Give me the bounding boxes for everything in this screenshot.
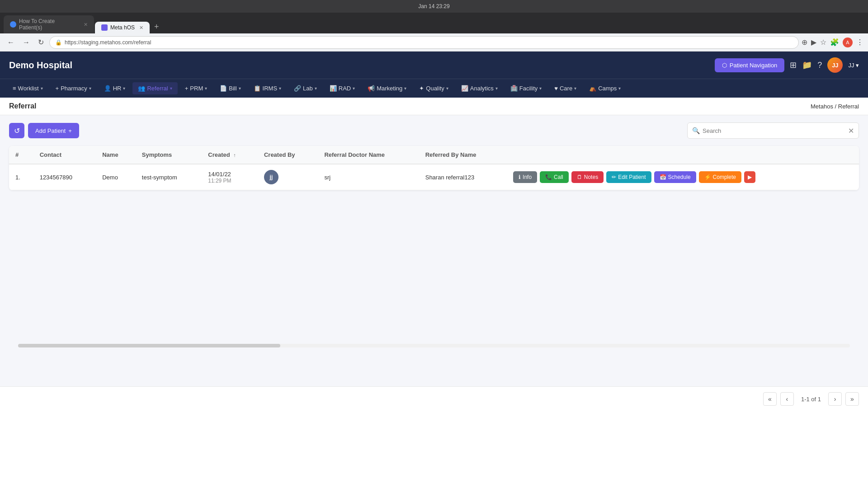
search-clear-button[interactable]: ✕ — [848, 127, 854, 135]
last-page-icon: » — [850, 395, 854, 403]
menu-care[interactable]: ♥ Care ▾ — [549, 82, 582, 94]
worklist-label: Worklist — [18, 85, 39, 92]
next-page-icon: › — [834, 395, 836, 403]
created-date: 14/01/22 — [208, 171, 251, 178]
menu-hr[interactable]: 👤 HR ▾ — [99, 82, 131, 94]
toolbar: ↺ Add Patient + 🔍 ✕ — [9, 122, 859, 139]
menu-camps[interactable]: ⛺ Camps ▾ — [584, 82, 626, 94]
menu-rad[interactable]: 📊 RAD ▾ — [324, 82, 360, 94]
reload-button[interactable]: ↻ — [35, 36, 47, 48]
extension-icon[interactable]: 🧩 — [830, 38, 839, 47]
refresh-icon: ↺ — [14, 127, 20, 135]
complete-button[interactable]: ⚡ Complete — [699, 171, 741, 183]
tab2-close[interactable]: ✕ — [139, 25, 143, 31]
worklist-chevron: ▾ — [41, 86, 43, 91]
edit-patient-button[interactable]: ✏ Edit Patient — [606, 171, 651, 183]
browser-nav: ← → ↻ 🔒 https://staging.metahos.com/refe… — [0, 33, 868, 52]
horizontal-scrollbar[interactable] — [18, 344, 850, 347]
menu-quality[interactable]: ✦ Quality ▾ — [414, 82, 453, 94]
tab2-label: Meta hOS — [110, 24, 135, 31]
cell-symptoms: test-symptom — [136, 164, 202, 190]
more-button[interactable]: ▶ — [744, 171, 755, 183]
new-tab-button[interactable]: + — [151, 20, 163, 33]
lab-label: Lab — [303, 85, 313, 92]
worklist-icon: ≡ — [13, 85, 16, 92]
facility-label: Facility — [519, 85, 538, 92]
breadcrumb-parent: Metahos — [811, 103, 833, 110]
menu-lab[interactable]: 🔗 Lab ▾ — [288, 82, 322, 94]
menu-bill[interactable]: 📄 Bill ▾ — [214, 82, 246, 94]
menu-prm[interactable]: + PRM ▾ — [179, 82, 212, 94]
url-bar[interactable]: 🔒 https://staging.metahos.com/referral — [49, 36, 799, 49]
breadcrumb-bar: Referral Metahos / Referral — [0, 98, 868, 115]
camps-chevron: ▾ — [618, 86, 621, 91]
user-initials: JJ — [832, 62, 838, 69]
prev-page-icon: ‹ — [786, 395, 788, 403]
lab-chevron: ▾ — [315, 86, 317, 91]
tab1-close[interactable]: ✕ — [84, 22, 88, 28]
bookmark-icon[interactable]: ☆ — [820, 38, 826, 47]
referral-table: # Contact Name Symptoms Created ↑ Create… — [9, 146, 859, 190]
add-patient-button[interactable]: Add Patient + — [28, 123, 79, 138]
folder-icon[interactable]: 📁 — [802, 60, 812, 70]
content-area: ↺ Add Patient + 🔍 ✕ # Contact — [0, 115, 868, 386]
last-page-button[interactable]: » — [845, 392, 859, 406]
bill-icon: 📄 — [220, 85, 227, 92]
add-patient-label: Add Patient — [35, 127, 66, 134]
schedule-button[interactable]: 📅 Schedule — [654, 171, 696, 183]
camps-label: Camps — [598, 85, 617, 92]
cell-referred-by: Sharan referral123 — [419, 164, 507, 190]
profile-avatar[interactable]: A — [843, 38, 853, 47]
patient-nav-button[interactable]: ⬡ Patient Navigation — [715, 58, 785, 72]
browser-chrome: Jan 14 23:29 How To Create Patient(s) ✕ … — [0, 0, 868, 52]
col-created[interactable]: Created ↑ — [202, 146, 258, 164]
data-table: # Contact Name Symptoms Created ↑ Create… — [9, 146, 859, 190]
toolbar-left: ↺ Add Patient + — [9, 123, 79, 138]
menu-irms[interactable]: 📋 IRMS ▾ — [248, 82, 287, 94]
next-page-button[interactable]: › — [828, 392, 842, 406]
first-page-button[interactable]: « — [763, 392, 777, 406]
browser-tabs: How To Create Patient(s) ✕ Meta hOS ✕ + — [0, 13, 868, 33]
menu-pharmacy[interactable]: + Pharmacy ▾ — [50, 82, 97, 94]
settings-icon[interactable]: ⋮ — [856, 38, 863, 47]
schedule-label: Schedule — [668, 174, 691, 180]
grid-icon[interactable]: ⊞ — [790, 60, 797, 70]
prev-page-button[interactable]: ‹ — [780, 392, 794, 406]
notes-button[interactable]: 🗒 Notes — [571, 171, 604, 183]
help-icon[interactable]: ? — [817, 61, 822, 70]
quality-icon: ✦ — [419, 85, 424, 92]
menu-analytics[interactable]: 📈 Analytics ▾ — [456, 82, 503, 94]
menu-referral[interactable]: 👥 Referral ▾ — [132, 82, 177, 94]
cast-icon[interactable]: ▶ — [811, 38, 816, 47]
menu-facility[interactable]: 🏥 Facility ▾ — [505, 82, 547, 94]
rad-chevron: ▾ — [353, 86, 355, 91]
col-contact: Contact — [33, 146, 96, 164]
scroll-thumb — [18, 344, 280, 347]
user-avatar[interactable]: JJ — [827, 57, 843, 73]
call-button[interactable]: 📞 Call — [540, 171, 569, 183]
search-input[interactable] — [703, 127, 848, 134]
pharmacy-label: Pharmacy — [61, 85, 87, 92]
back-button[interactable]: ← — [5, 37, 17, 48]
menu-worklist[interactable]: ≡ Worklist ▾ — [7, 82, 48, 94]
referral-label: Referral — [147, 85, 168, 92]
tab-2[interactable]: Meta hOS ✕ — [95, 22, 150, 33]
header-actions: ⬡ Patient Navigation ⊞ 📁 ? JJ JJ ▾ — [715, 57, 859, 73]
forward-button[interactable]: → — [20, 37, 33, 48]
marketing-label: Marketing — [377, 85, 402, 92]
search-box[interactable]: 🔍 ✕ — [687, 122, 859, 139]
irms-icon: 📋 — [254, 85, 261, 92]
info-button[interactable]: ℹ Info — [513, 171, 537, 183]
zoom-icon[interactable]: ⊕ — [802, 38, 807, 47]
breadcrumb: Metahos / Referral — [811, 103, 859, 110]
tab-1[interactable]: How To Create Patient(s) ✕ — [4, 15, 94, 33]
breadcrumb-current: Referral — [838, 103, 859, 110]
care-icon: ♥ — [554, 85, 558, 92]
quality-chevron: ▾ — [446, 86, 448, 91]
menu-marketing[interactable]: 📢 Marketing ▾ — [362, 82, 412, 94]
menu-bar: ≡ Worklist ▾ + Pharmacy ▾ 👤 HR ▾ 👥 Refer… — [0, 79, 868, 98]
rad-label: RAD — [339, 85, 351, 92]
tab1-label: How To Create Patient(s) — [19, 18, 79, 31]
complete-icon: ⚡ — [704, 174, 711, 180]
refresh-button[interactable]: ↺ — [9, 123, 24, 138]
